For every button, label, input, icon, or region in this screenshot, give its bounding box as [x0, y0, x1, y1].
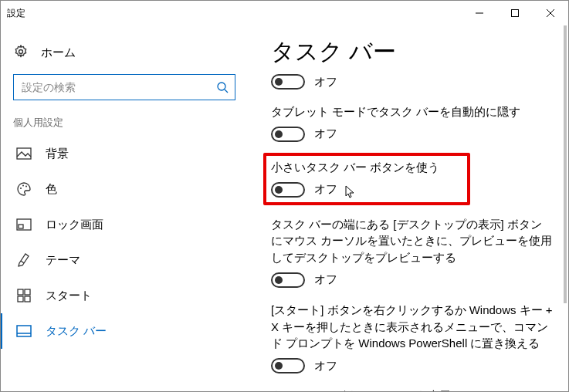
- setting-row: オフ: [271, 74, 553, 90]
- setting-row-highlighted: 小さいタスク バー ボタンを使う オフ: [271, 156, 553, 201]
- sidebar-item-label: 色: [46, 182, 57, 197]
- svg-rect-14: [18, 289, 23, 295]
- minimize-button[interactable]: [462, 1, 497, 25]
- titlebar: 設定: [1, 1, 568, 25]
- window-title: 設定: [7, 7, 25, 20]
- svg-rect-7: [17, 148, 31, 159]
- svg-line-13: [21, 261, 24, 263]
- svg-point-5: [218, 83, 225, 90]
- svg-rect-16: [18, 296, 23, 302]
- svg-rect-15: [25, 289, 30, 295]
- nav-group-header: 個人用設定: [13, 116, 235, 130]
- sidebar-item-label: ロック画面: [46, 218, 103, 232]
- setting-label: タスク バーの端にある [デスクトップの表示] ボタンにマウス カーソルを置いた…: [271, 216, 553, 266]
- sidebar-item-background[interactable]: 背景: [0, 136, 249, 171]
- toggle-state: オフ: [314, 359, 337, 373]
- svg-rect-18: [17, 326, 31, 336]
- sidebar-item-label: 背景: [46, 147, 69, 161]
- svg-rect-17: [25, 296, 30, 302]
- svg-rect-1: [512, 10, 519, 17]
- sidebar-item-lockscreen[interactable]: ロック画面: [0, 207, 249, 242]
- toggle-state: オフ: [314, 272, 337, 287]
- gear-icon: [13, 44, 29, 62]
- toggle-switch[interactable]: [271, 358, 305, 373]
- svg-line-6: [225, 90, 228, 93]
- theme-icon: [16, 252, 32, 268]
- setting-row: タブレット モードでタスク バーを自動的に隠す オフ: [271, 103, 553, 142]
- setting-row: [スタート] ボタンを右クリックするか Windows キー + X キーを押し…: [271, 302, 553, 373]
- setting-label: タブレット モードでタスク バーを自動的に隠す: [271, 103, 553, 120]
- svg-point-10: [25, 186, 27, 188]
- search-field[interactable]: [20, 80, 216, 94]
- sidebar: ホーム 個人用設定 背景 色 ロック画面: [1, 25, 248, 391]
- setting-label: 小さいタスク バー ボタンを使う: [271, 159, 439, 176]
- setting-label: [スタート] ボタンを右クリックするか Windows キー + X キーを押し…: [271, 302, 553, 352]
- setting-row: タスク バー ボタンにバッジを表示: [271, 387, 553, 391]
- close-button[interactable]: [533, 1, 568, 25]
- sidebar-item-taskbar[interactable]: タスク バー: [0, 313, 249, 349]
- taskbar-icon: [16, 323, 32, 339]
- maximize-button[interactable]: [497, 1, 533, 25]
- search-icon: [216, 81, 229, 93]
- svg-rect-12: [19, 225, 23, 228]
- toggle-switch[interactable]: [271, 272, 305, 288]
- start-icon: [16, 288, 32, 303]
- scrollbar[interactable]: [564, 25, 567, 303]
- svg-point-8: [20, 188, 22, 189]
- highlight-box: 小さいタスク バー ボタンを使う オフ: [263, 153, 470, 205]
- page-title: タスク バー: [271, 36, 553, 68]
- search-input[interactable]: [13, 74, 235, 100]
- toggle-switch[interactable]: [271, 127, 305, 142]
- svg-point-9: [22, 185, 24, 187]
- toggle-state: オフ: [314, 75, 337, 90]
- setting-row: タスク バーの端にある [デスクトップの表示] ボタンにマウス カーソルを置いた…: [271, 216, 553, 288]
- toggle-switch[interactable]: [271, 182, 305, 198]
- toggle-state: オフ: [314, 127, 337, 141]
- toggle-switch[interactable]: [271, 74, 305, 90]
- home-label: ホーム: [41, 46, 76, 60]
- sidebar-item-label: タスク バー: [46, 324, 107, 339]
- svg-point-4: [19, 50, 23, 54]
- toggle-state: オフ: [314, 182, 337, 197]
- sidebar-item-label: スタート: [46, 289, 92, 303]
- main-content: タスク バー オフ タブレット モードでタスク バーを自動的に隠す オフ 小さい…: [248, 25, 568, 391]
- picture-icon: [16, 146, 32, 161]
- palette-icon: [16, 181, 32, 197]
- sidebar-item-start[interactable]: スタート: [0, 278, 249, 313]
- setting-label: タスク バー ボタンにバッジを表示: [271, 387, 553, 391]
- sidebar-item-label: テーマ: [46, 253, 80, 268]
- sidebar-item-colors[interactable]: 色: [0, 171, 249, 207]
- lockscreen-icon: [16, 217, 32, 232]
- sidebar-item-themes[interactable]: テーマ: [0, 242, 249, 278]
- home-button[interactable]: ホーム: [13, 41, 235, 65]
